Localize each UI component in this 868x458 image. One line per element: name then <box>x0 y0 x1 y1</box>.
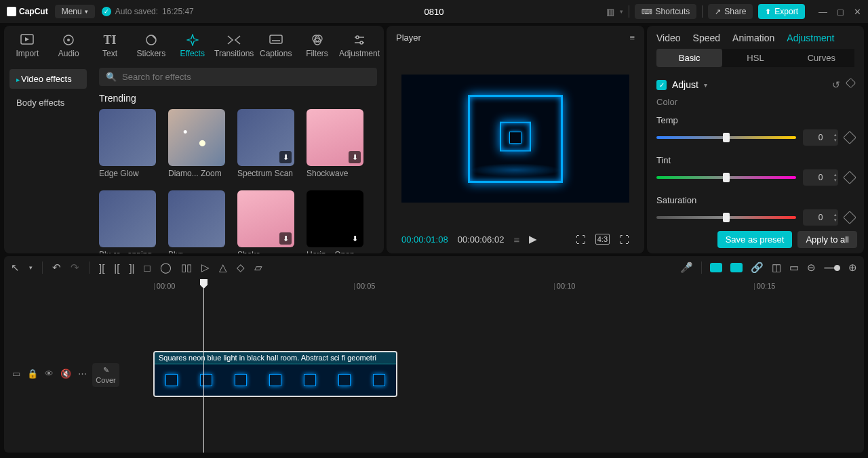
share-button[interactable]: ↗Share <box>708 4 753 19</box>
crop-tool[interactable]: □ <box>144 262 151 274</box>
tab-animation[interactable]: Animation <box>732 33 774 43</box>
download-icon[interactable]: ⬇ <box>349 232 361 245</box>
eye-icon[interactable]: 👁 <box>45 369 54 379</box>
temp-value[interactable]: 0▴▾ <box>803 129 838 146</box>
mute-icon[interactable]: 🔇 <box>60 369 71 379</box>
tool-2[interactable]: ▷ <box>201 262 210 274</box>
effect-blur[interactable]: Blur <box>168 190 225 253</box>
menu-button[interactable]: Menu▾ <box>55 5 95 18</box>
player-panel: Player ≡ 00:00:01:08 00:00:06:02 ≡ ▶ ⛶ 4… <box>387 26 644 253</box>
tool-3[interactable]: ◇ <box>237 262 245 274</box>
effect-horiz-open[interactable]: ⬇Horiz... Open <box>307 190 363 253</box>
tab-audio[interactable]: Audio <box>48 30 90 64</box>
tint-slider[interactable] <box>656 176 796 179</box>
subtab-basic[interactable]: Basic <box>656 49 722 67</box>
tab-transitions[interactable]: Transitions <box>213 30 255 64</box>
list-icon[interactable]: ≡ <box>513 234 519 245</box>
split-right[interactable]: ]| <box>129 262 134 274</box>
play-button[interactable]: ▶ <box>529 233 537 245</box>
select-dropdown[interactable]: ▾ <box>29 264 33 271</box>
player-menu-icon[interactable]: ≡ <box>629 33 635 43</box>
clip-title: Squares neon blue light in black hall ro… <box>155 352 396 363</box>
keyframe-icon[interactable] <box>843 171 856 184</box>
tab-speed[interactable]: Speed <box>693 33 720 43</box>
sidebar-item-body-effects[interactable]: Body effects <box>9 93 87 112</box>
reset-icon[interactable]: ↺ <box>832 79 840 90</box>
subtab-curves[interactable]: Curves <box>789 49 854 67</box>
saturation-value[interactable]: 0▴▾ <box>803 209 838 226</box>
sidebar-item-video-effects[interactable]: ▸Video effects <box>9 69 87 89</box>
app-name: CapCut <box>19 7 48 16</box>
section-title: Trending <box>99 93 377 104</box>
tab-import[interactable]: Import <box>7 30 48 64</box>
export-button[interactable]: ⬆Export <box>758 4 805 19</box>
tab-text[interactable]: TIText <box>90 30 131 64</box>
tool-1[interactable]: ▯▯ <box>181 262 192 274</box>
keyframe-icon[interactable] <box>846 78 856 89</box>
subtab-hsl[interactable]: HSL <box>722 49 788 67</box>
effect-bluray-scanning[interactable]: Blu-ra...anning <box>99 190 156 253</box>
playhead[interactable] <box>203 279 204 453</box>
marker-tool[interactable]: ◯ <box>160 262 172 274</box>
window-close[interactable]: ✕ <box>854 7 861 17</box>
adjust-checkbox[interactable]: ✓ <box>656 80 667 90</box>
player-viewport[interactable] <box>387 49 644 228</box>
download-icon[interactable]: ⬇ <box>279 232 292 245</box>
effect-diamond-zoom[interactable]: Diamo... Zoom <box>168 109 225 178</box>
tab-effects[interactable]: Effects <box>172 30 213 64</box>
undo-button[interactable]: ↶ <box>52 262 61 274</box>
saturation-slider[interactable] <box>656 216 796 219</box>
timeline-tracks[interactable]: |00:00 |00:05 |00:10 |00:15 Squares neon… <box>119 279 864 453</box>
tab-filters[interactable]: Filters <box>296 30 338 64</box>
select-tool[interactable]: ↖ <box>11 262 20 274</box>
more-icon[interactable]: ⋯ <box>78 369 87 379</box>
tool-5[interactable]: ▭ <box>789 262 799 274</box>
fullscreen-icon[interactable]: ⛶ <box>619 234 629 245</box>
zoom-slider[interactable] <box>824 267 840 269</box>
tab-adjustment[interactable]: Adjustment <box>338 30 381 64</box>
split-left[interactable]: |[ <box>114 262 119 274</box>
search-input[interactable]: 🔍 Search for effects <box>99 68 377 86</box>
keyframe-icon[interactable] <box>843 211 856 224</box>
mic-icon[interactable]: 🎤 <box>680 262 693 274</box>
effect-edge-glow[interactable]: Edge Glow <box>99 109 156 178</box>
ratio-icon[interactable]: 4:3 <box>595 234 610 245</box>
zoom-out[interactable]: ⊖ <box>807 262 816 274</box>
snap-toggle[interactable] <box>730 263 743 272</box>
video-clip[interactable]: Squares neon blue light in black hall ro… <box>153 351 397 397</box>
tint-value[interactable]: 0▴▾ <box>803 169 838 186</box>
tab-stickers[interactable]: Stickers <box>130 30 172 64</box>
align-icon[interactable]: ◫ <box>772 262 781 274</box>
temp-slider[interactable] <box>656 136 796 139</box>
tab-adjustment-right[interactable]: Adjustment <box>787 33 834 43</box>
download-icon[interactable]: ⬇ <box>279 151 292 163</box>
effect-spectrum-scan[interactable]: ⬇Spectrum Scan <box>237 109 294 178</box>
cover-button[interactable]: ✎ Cover <box>92 363 119 387</box>
tab-captions[interactable]: Captions <box>255 30 296 64</box>
chevron-down-icon[interactable]: ▾ <box>704 81 707 89</box>
magnet-toggle[interactable] <box>710 263 722 272</box>
tool-4[interactable]: ▱ <box>254 262 262 274</box>
zoom-in[interactable]: ⊕ <box>848 262 857 274</box>
shortcuts-button[interactable]: ⌨Shortcuts <box>635 4 697 19</box>
link-icon[interactable]: 🔗 <box>751 262 764 274</box>
timeline-ruler[interactable]: |00:00 |00:05 |00:10 |00:15 <box>119 279 864 295</box>
mirror-tool[interactable]: △ <box>219 262 227 274</box>
apply-all-button[interactable]: Apply to all <box>797 231 857 248</box>
download-icon[interactable]: ⬇ <box>349 151 361 163</box>
focus-icon[interactable]: ⛶ <box>576 234 586 245</box>
window-maximize[interactable]: ◻ <box>837 7 844 17</box>
save-preset-button[interactable]: Save as preset <box>717 231 793 248</box>
keyframe-icon[interactable] <box>843 131 856 144</box>
window-minimize[interactable]: — <box>818 7 827 17</box>
tab-video[interactable]: Video <box>656 33 681 43</box>
lock-icon[interactable]: 🔒 <box>27 369 38 379</box>
effect-shake[interactable]: ⬇Shake <box>237 190 294 253</box>
layout-icon[interactable]: ▥ <box>606 7 614 17</box>
project-title: 0810 <box>425 7 444 17</box>
tl-ctrl-1[interactable]: ▭ <box>12 369 20 379</box>
split-tool[interactable]: ]​[ <box>99 262 104 274</box>
effect-shockwave[interactable]: ⬇Shockwave <box>307 109 363 178</box>
check-icon: ✓ <box>102 7 111 16</box>
redo-button[interactable]: ↷ <box>71 262 79 274</box>
